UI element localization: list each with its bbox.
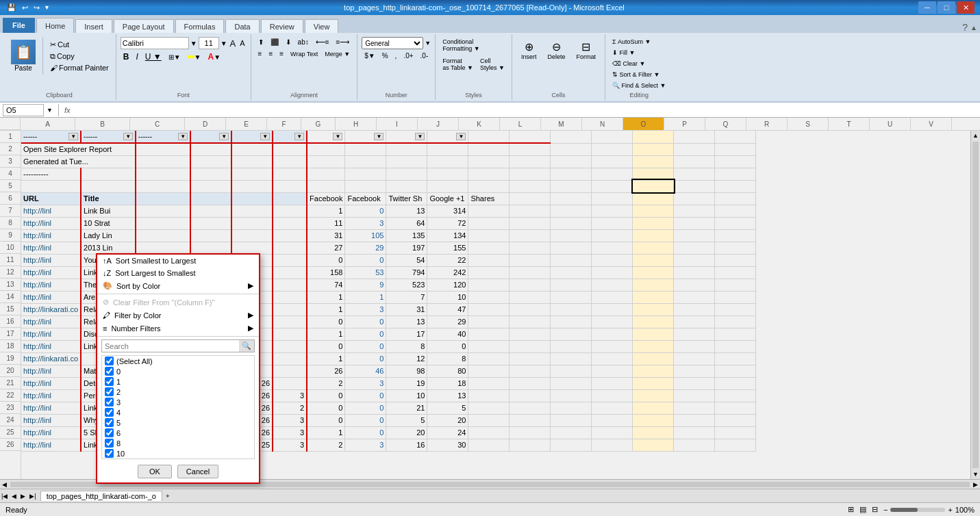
filter-checkbox-8[interactable] — [105, 439, 114, 448]
cell-l24[interactable] — [510, 414, 551, 426]
filter-item-3[interactable]: 3 — [102, 397, 254, 407]
cell-a19[interactable]: http://linkarati.co — [21, 352, 81, 365]
cell-k19[interactable] — [468, 352, 510, 365]
cell-j12[interactable]: 242 — [427, 266, 468, 279]
cell-a22[interactable]: http://linl — [21, 389, 81, 402]
cell-b4[interactable] — [81, 168, 136, 180]
cell-h9[interactable]: 105 — [345, 229, 386, 242]
cell-a11[interactable]: http://linl — [21, 254, 81, 266]
cell-styles-button[interactable]: CellStyles ▼ — [477, 56, 507, 73]
row-header-1[interactable]: 1 — [0, 131, 21, 143]
cell-m13[interactable] — [551, 279, 592, 291]
cell-q8[interactable] — [715, 217, 756, 229]
cell-h26[interactable]: 3 — [345, 439, 386, 451]
cell-c7[interactable] — [136, 205, 190, 217]
cell-o16[interactable] — [633, 315, 674, 328]
cell-i11[interactable]: 54 — [386, 254, 427, 266]
cell-m26[interactable] — [551, 439, 592, 451]
cell-n13[interactable] — [592, 279, 633, 291]
cell-g25[interactable]: 1 — [307, 426, 345, 439]
cell-k2[interactable] — [468, 143, 510, 155]
cell-p14[interactable] — [674, 291, 715, 303]
delete-button[interactable]: ⊖Delete — [542, 37, 570, 64]
cell-j6[interactable]: Google +1 — [427, 192, 468, 205]
cell-d10[interactable] — [190, 242, 231, 254]
row-header-15[interactable]: 15 — [0, 303, 21, 315]
cell-f11[interactable] — [273, 254, 307, 266]
cell-i20[interactable]: 98 — [386, 365, 427, 377]
cell-o18[interactable] — [633, 340, 674, 352]
cell-e6[interactable] — [231, 192, 273, 205]
cell-m22[interactable] — [551, 389, 592, 402]
cell-k12[interactable] — [468, 266, 510, 279]
cell-j3[interactable] — [427, 155, 468, 168]
filter-select-all-checkbox[interactable] — [105, 357, 114, 365]
italic-button[interactable]: I — [133, 51, 140, 63]
cell-a8[interactable]: http://linl — [21, 217, 81, 229]
cell-j14[interactable]: 10 — [427, 291, 468, 303]
cell-d4[interactable] — [190, 168, 231, 180]
cell-k20[interactable] — [468, 365, 510, 377]
cell-h5[interactable] — [345, 180, 386, 192]
cell-i24[interactable]: 5 — [386, 414, 427, 426]
cell-a15[interactable]: http://linkarati.co — [21, 303, 81, 315]
cell-m9[interactable] — [551, 229, 592, 242]
align-right-button[interactable]: ≡ — [277, 49, 286, 59]
cell-o21[interactable] — [633, 377, 674, 389]
cell-a14[interactable]: http://linl — [21, 291, 81, 303]
cell-e2[interactable] — [231, 143, 273, 155]
cell-k4[interactable] — [468, 168, 510, 180]
cell-o2[interactable] — [633, 143, 674, 155]
cell-b1[interactable]: ------ ▼ — [81, 131, 136, 143]
cell-b10[interactable]: 2013 Lin — [81, 242, 136, 254]
cell-i23[interactable]: 21 — [386, 402, 427, 414]
filter-item-8[interactable]: 8 — [102, 438, 254, 448]
cell-o25[interactable] — [633, 426, 674, 439]
cell-p24[interactable] — [674, 414, 715, 426]
cell-j13[interactable]: 120 — [427, 279, 468, 291]
cell-q16[interactable] — [715, 315, 756, 328]
cell-h18[interactable]: 0 — [345, 340, 386, 352]
filter-search-button[interactable]: 🔍 — [239, 340, 254, 352]
cell-k9[interactable] — [468, 229, 510, 242]
cell-l9[interactable] — [510, 229, 551, 242]
cell-h24[interactable]: 0 — [345, 414, 386, 426]
cell-m11[interactable] — [551, 254, 592, 266]
filter-dropdown-i1[interactable]: ▼ — [415, 133, 425, 140]
formula-input[interactable] — [73, 106, 977, 114]
cell-p26[interactable] — [674, 439, 715, 451]
cell-a6[interactable]: URL — [21, 192, 81, 205]
minimize-button[interactable]: ─ — [918, 1, 936, 14]
sheet-nav-prev[interactable]: ◀ — [10, 493, 18, 500]
filter-checkbox-5[interactable] — [105, 418, 114, 427]
cell-q20[interactable] — [715, 365, 756, 377]
cell-q15[interactable] — [715, 303, 756, 315]
text-direction-button[interactable]: ab↕ — [295, 37, 312, 47]
cell-p18[interactable] — [674, 340, 715, 352]
decrease-decimal-button[interactable]: .0- — [418, 51, 431, 61]
cell-k18[interactable] — [468, 340, 510, 352]
cell-f23[interactable]: 2 — [273, 402, 307, 414]
clear-filter-item[interactable]: ⊘ Clear Filter From "(Column F)" — [97, 296, 259, 309]
filter-checkbox-0[interactable] — [105, 367, 114, 376]
wrap-text-button[interactable]: Wrap Text — [288, 49, 321, 59]
scroll-left-button[interactable]: ◀ — [0, 481, 9, 488]
cell-f16[interactable] — [273, 315, 307, 328]
cell-n17[interactable] — [592, 328, 633, 340]
sheet-tab-1[interactable]: top_pages_http_linkarati-com-_o — [40, 491, 162, 501]
cell-j19[interactable]: 8 — [427, 352, 468, 365]
row-header-3[interactable]: 3 — [0, 155, 21, 168]
cell-e1[interactable]: ▼ — [231, 131, 273, 143]
align-left-button[interactable]: ≡ — [255, 49, 265, 59]
cell-q10[interactable] — [715, 242, 756, 254]
cell-n7[interactable] — [592, 205, 633, 217]
cell-k16[interactable] — [468, 315, 510, 328]
cell-m5[interactable] — [551, 180, 592, 192]
cell-p3[interactable] — [674, 155, 715, 168]
cell-o15[interactable] — [633, 303, 674, 315]
cell-d1[interactable]: ▼ — [190, 131, 231, 143]
clear-button[interactable]: ⌫ Clear ▼ — [610, 59, 648, 68]
cell-m21[interactable] — [551, 377, 592, 389]
cell-p7[interactable] — [674, 205, 715, 217]
cell-f14[interactable] — [273, 291, 307, 303]
